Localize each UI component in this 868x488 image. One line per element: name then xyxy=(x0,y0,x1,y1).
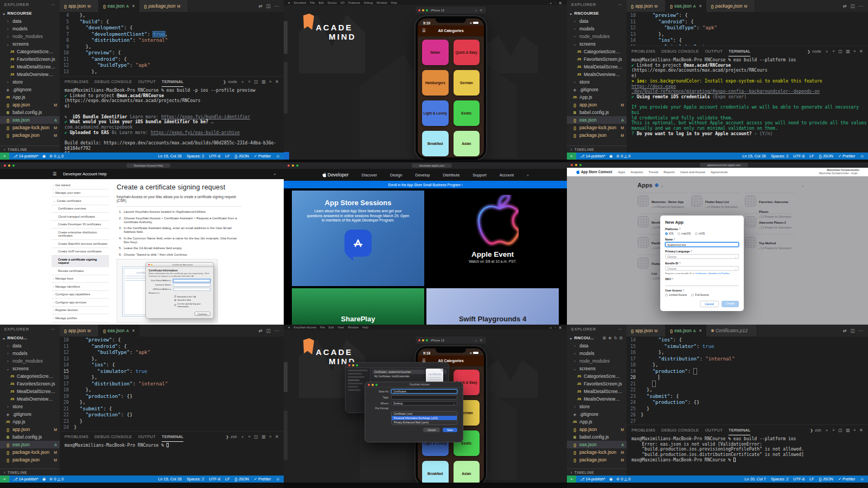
project-root-folder[interactable]: ⌄RNCOURSE xyxy=(0,9,60,17)
browser-tab[interactable]: appstoreconnect.apple.com xyxy=(700,163,748,167)
close-panel-icon[interactable]: ✕ xyxy=(275,79,279,84)
menu-item[interactable]: ● xyxy=(288,326,290,329)
category-tile[interactable]: Light & Lovely xyxy=(422,100,449,126)
menu-item[interactable]: Help xyxy=(362,326,368,329)
help-sidebar-item[interactable]: ›Register devices xyxy=(52,307,109,315)
close-panel-icon[interactable]: ✕ xyxy=(275,434,279,439)
code-line[interactable]: 16 }, xyxy=(627,350,868,356)
email-field[interactable] xyxy=(173,279,210,282)
file-tree-item[interactable]: ◈ .gitignore xyxy=(0,410,60,418)
code-line[interactable]: 24} xyxy=(60,424,284,431)
asc-nav-item[interactable]: Reports xyxy=(663,170,674,174)
sku-input[interactable] xyxy=(665,282,739,286)
terminal-shell-selector[interactable]: ❯zsh xyxy=(226,435,237,439)
close-icon[interactable] xyxy=(418,9,420,11)
code-line[interactable]: 24 "production": {} xyxy=(627,400,868,406)
drawer-menu-icon[interactable]: ☰ xyxy=(422,28,426,33)
file-tree-item[interactable]: › models xyxy=(567,25,627,33)
panel-tab[interactable]: DEBUG CONSOLE xyxy=(94,77,132,87)
more-actions-icon[interactable]: ⋯ xyxy=(859,328,864,333)
code-editor[interactable]: 14 "ios": {15 "simulator": true16 },17 "… xyxy=(627,337,868,424)
help-sidebar-item[interactable]: ⌄Create certificates xyxy=(52,197,109,205)
file-tree-item[interactable]: JS FavoritesScreen.js xyxy=(0,55,60,63)
close-icon[interactable] xyxy=(418,339,420,341)
language-mode[interactable]: {}JSON xyxy=(819,477,833,481)
code-line[interactable]: 15 "simulator": true xyxy=(60,369,284,375)
code-line[interactable]: 15 "simulator": true xyxy=(627,344,868,350)
close-icon[interactable]: × xyxy=(699,328,701,333)
category-tile[interactable]: Italian xyxy=(422,40,449,65)
file-tree-item[interactable]: B babel.config.js xyxy=(567,109,627,116)
panel-tab[interactable]: OUTPUT xyxy=(138,77,156,87)
certificates-link[interactable]: Certificates, Identifiers & Profiles. xyxy=(695,272,730,275)
file-tree-item[interactable]: ⌄ screens xyxy=(0,365,60,372)
category-tile[interactable]: Asian xyxy=(454,461,480,483)
code-line[interactable]: 14 "ios": { xyxy=(627,37,868,44)
chevron-down-icon[interactable]: ˅ xyxy=(248,79,251,84)
new-terminal-icon[interactable]: ＋ xyxy=(825,427,829,433)
common-name-field[interactable] xyxy=(173,283,210,287)
split-editor-icon[interactable]: ⇄ xyxy=(843,3,846,9)
file-tree-item[interactable]: {} package.json M xyxy=(567,456,627,464)
file-tree-item[interactable]: {} app.json M xyxy=(0,101,60,109)
code-line[interactable]: 21 "submit": { xyxy=(60,406,284,413)
file-tree-item[interactable]: › store xyxy=(567,403,627,410)
help-sidebar-item[interactable]: Create enterprise distribution certifica… xyxy=(52,229,109,240)
file-tree-item[interactable]: ◈ .gitignore xyxy=(567,410,627,418)
browser-tab[interactable]: developer.apple.com xyxy=(412,163,452,168)
problems-summary[interactable]: ⊘0△0 xyxy=(616,154,630,159)
indentation[interactable]: Spaces: 2 xyxy=(187,477,204,481)
file-format-option[interactable]: Personal Information Exchange (.p12) xyxy=(392,416,457,420)
code-line[interactable]: 18 }, xyxy=(60,387,284,394)
save-as-field[interactable]: Certificates xyxy=(391,389,457,394)
file-tree-item[interactable]: › models xyxy=(567,350,627,357)
help-sidebar-item[interactable]: Cloud-managed certificates xyxy=(52,213,109,221)
code-line[interactable]: 13 }, xyxy=(627,31,868,38)
file-tree-item[interactable]: JS CategoriesScreen.js xyxy=(567,372,627,380)
file-tree-item[interactable]: › node_modules xyxy=(567,33,627,40)
nav-item[interactable]: Develop xyxy=(416,173,430,178)
code-line[interactable]: 10 "preview": { xyxy=(60,50,284,56)
panel-tab[interactable]: PROBLEMS xyxy=(65,77,88,87)
nav-item[interactable]: Distribute xyxy=(443,173,459,178)
maximize-panel-icon[interactable]: ˄ xyxy=(853,428,856,433)
file-tree-item[interactable]: {} eas.json A xyxy=(567,441,627,448)
card-swift-playgrounds[interactable]: Swift Playgrounds 4 xyxy=(426,288,559,325)
editor-tab[interactable]: {}eas.jsonA× xyxy=(666,0,706,12)
help-sidebar-item[interactable]: ›Manage keys xyxy=(52,275,109,283)
category-tile[interactable]: Breakfast xyxy=(422,131,449,156)
panel-tab[interactable]: PROBLEMS xyxy=(65,432,88,442)
timeline-section[interactable]: ›TIMELINE xyxy=(0,145,60,153)
zoom-icon[interactable] xyxy=(356,364,358,366)
split-terminal-icon[interactable]: ◫ xyxy=(838,428,843,433)
new-folder-icon[interactable]: ⊕ xyxy=(608,336,611,340)
menu-item[interactable]: View xyxy=(337,326,344,329)
create-button[interactable]: Create xyxy=(722,301,739,307)
editor-tab[interactable]: {}app.jsonM xyxy=(627,0,666,12)
zoom-icon[interactable] xyxy=(296,164,298,167)
file-tree-item[interactable]: {} package.json M xyxy=(0,456,60,464)
panel-tab[interactable]: TERMINAL xyxy=(729,425,750,435)
problems-summary[interactable]: ⊘0△0 xyxy=(49,154,63,159)
category-tile[interactable]: Breakfast xyxy=(422,461,449,483)
kill-terminal-icon[interactable]: ▥ xyxy=(261,434,266,439)
menu-item[interactable]: File xyxy=(320,326,325,329)
git-branch[interactable]: ⎇14-publish* xyxy=(580,154,605,159)
file-tree-item[interactable]: {} eas.json A xyxy=(567,116,627,124)
more-actions-icon[interactable]: ⋯ xyxy=(275,3,279,9)
remote-indicator-icon[interactable]: ⌁ xyxy=(567,476,576,483)
remote-indicator-icon[interactable]: ⌁ xyxy=(0,476,9,483)
more-actions-icon[interactable]: ⋯ xyxy=(275,328,279,333)
close-icon[interactable] xyxy=(571,164,573,166)
new-file-icon[interactable]: ⊞ xyxy=(603,336,606,340)
indentation[interactable]: Spaces: 2 xyxy=(771,477,788,481)
nav-item[interactable]: Account xyxy=(500,173,514,178)
terminal-shell-selector[interactable]: ❯node xyxy=(223,80,237,84)
code-line[interactable]: 18 }, xyxy=(627,362,868,369)
asc-brand[interactable]: App Store Connect xyxy=(576,170,612,174)
nav-item[interactable]: Support xyxy=(473,173,487,178)
editor-tab[interactable]: {}eas.jsonA× xyxy=(99,0,139,12)
file-tree-item[interactable]: JS FavoritesScreen.js xyxy=(567,380,627,388)
more-actions-icon[interactable]: ⋯ xyxy=(859,3,864,9)
editor-tab[interactable]: {}package.jsonM xyxy=(706,0,755,12)
